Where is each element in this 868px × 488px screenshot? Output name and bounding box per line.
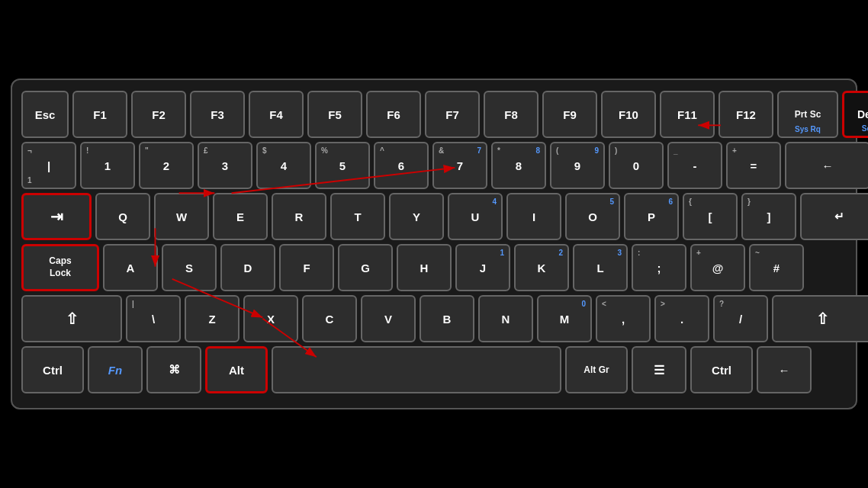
key-s[interactable]: S	[162, 244, 217, 291]
key-f2[interactable]: F2	[131, 91, 186, 138]
key-i[interactable]: I	[506, 193, 561, 240]
key-7[interactable]: & 7 7	[432, 142, 487, 189]
key-x[interactable]: X	[243, 295, 298, 342]
key-capslock[interactable]: Caps Lock	[21, 244, 99, 291]
key-n[interactable]: N	[478, 295, 533, 342]
key-c[interactable]: C	[302, 295, 357, 342]
key-f10[interactable]: F10	[601, 91, 656, 138]
key-q[interactable]: Q	[95, 193, 150, 240]
key-f12-label: F12	[736, 108, 756, 121]
key-f7-label: F7	[445, 108, 459, 121]
key-d[interactable]: D	[220, 244, 275, 291]
key-menu[interactable]: ☰	[632, 346, 686, 393]
key-f6[interactable]: F6	[366, 91, 421, 138]
key-z[interactable]: Z	[185, 295, 240, 342]
key-1[interactable]: ! 1	[80, 142, 135, 189]
key-lbracket[interactable]: { [	[683, 193, 738, 240]
key-3[interactable]: £ 3	[198, 142, 252, 189]
key-prtsc[interactable]: Prt Sc Sys Rq	[777, 91, 838, 138]
key-t[interactable]: T	[330, 193, 385, 240]
key-f11[interactable]: F11	[660, 91, 715, 138]
key-f7[interactable]: F7	[425, 91, 480, 138]
key-quote[interactable]: + @	[690, 244, 745, 291]
zxcv-row: ⇧ | \ Z X C V B N 0 M < ,	[21, 295, 847, 342]
key-rbracket[interactable]: } ]	[741, 193, 796, 240]
key-o[interactable]: 5 O	[565, 193, 620, 240]
key-delete-main: Delete	[857, 108, 868, 120]
key-delete-sub: Scr Lk	[862, 124, 868, 133]
key-f8[interactable]: F8	[484, 91, 538, 138]
key-2[interactable]: " 2	[139, 142, 194, 189]
key-rctrl[interactable]: Ctrl	[690, 346, 753, 393]
key-m[interactable]: 0 M	[537, 295, 592, 342]
key-backslash[interactable]: | \	[126, 295, 181, 342]
key-f12[interactable]: F12	[719, 91, 773, 138]
key-v[interactable]: V	[361, 295, 416, 342]
key-period[interactable]: > .	[654, 295, 709, 342]
key-altgr[interactable]: Alt Gr	[565, 346, 628, 393]
bottom-row: Ctrl Fn ⌘ Alt Alt Gr ☰ Ctrl ←	[21, 346, 847, 393]
key-rshift[interactable]: ⇧	[772, 295, 868, 342]
key-f9[interactable]: F9	[542, 91, 597, 138]
key-hash[interactable]: ~ #	[749, 244, 804, 291]
key-backtick[interactable]: ¬ | 1	[21, 142, 76, 189]
key-f1-label: F1	[93, 108, 107, 121]
key-f6-label: F6	[387, 108, 400, 121]
key-enter[interactable]: ↵	[800, 193, 868, 240]
qwerty-row: ⇥ Q W E R T Y 4 U I 5 O 6	[21, 193, 847, 240]
key-l[interactable]: 3 L	[573, 244, 628, 291]
key-backspace[interactable]: ←	[785, 142, 868, 189]
key-0[interactable]: ) 0	[609, 142, 664, 189]
key-h[interactable]: H	[397, 244, 452, 291]
key-esc-label: Esc	[35, 108, 56, 121]
key-f4[interactable]: F4	[249, 91, 304, 138]
key-p[interactable]: 6 P	[624, 193, 679, 240]
key-space[interactable]	[272, 346, 561, 393]
key-9[interactable]: ( 9 9	[550, 142, 605, 189]
key-a[interactable]: A	[103, 244, 158, 291]
asdf-row: Caps Lock A S D F G H 1 J 2 K 3 L	[21, 244, 847, 291]
key-k[interactable]: 2 K	[514, 244, 569, 291]
key-comma[interactable]: < ,	[596, 295, 651, 342]
key-j[interactable]: 1 J	[455, 244, 510, 291]
key-lshift[interactable]: ⇧	[21, 295, 122, 342]
key-r[interactable]: R	[272, 193, 326, 240]
key-f9-label: F9	[563, 108, 577, 121]
key-equals[interactable]: + =	[726, 142, 781, 189]
key-f[interactable]: F	[279, 244, 334, 291]
key-esc[interactable]: Esc	[21, 91, 69, 138]
key-6[interactable]: ^ 6	[374, 142, 429, 189]
key-prtsc-sub: Sys Rq	[795, 125, 821, 133]
key-f5-label: F5	[328, 108, 342, 121]
key-f1[interactable]: F1	[72, 91, 127, 138]
key-semicolon[interactable]: : ;	[632, 244, 686, 291]
key-w[interactable]: W	[154, 193, 209, 240]
key-lctrl[interactable]: Ctrl	[21, 346, 84, 393]
key-5[interactable]: % 5	[315, 142, 370, 189]
key-u[interactable]: 4 U	[448, 193, 503, 240]
number-row: ¬ | 1 ! 1 " 2 £ 3 $ 4 % 5 ^ 6 & 7	[21, 142, 847, 189]
key-g[interactable]: G	[338, 244, 393, 291]
key-8[interactable]: * 8 8	[491, 142, 546, 189]
key-delete[interactable]: Delete Scr Lk	[842, 91, 868, 138]
key-minus[interactable]: _ -	[667, 142, 722, 189]
key-f8-label: F8	[504, 108, 518, 121]
key-b[interactable]: B	[420, 295, 474, 342]
key-f11-label: F11	[677, 108, 697, 121]
key-f4-label: F4	[269, 108, 283, 121]
key-f3-label: F3	[211, 108, 224, 121]
key-tab[interactable]: ⇥	[21, 193, 92, 240]
key-alt[interactable]: Alt	[205, 346, 268, 393]
key-arrow-left[interactable]: ←	[757, 346, 812, 393]
keyboard: Esc F1 F2 F3 F4 F5 F6 F7 F8 F9 F10	[11, 79, 857, 409]
key-slash[interactable]: ? /	[713, 295, 768, 342]
key-cmd[interactable]: ⌘	[146, 346, 201, 393]
function-row: Esc F1 F2 F3 F4 F5 F6 F7 F8 F9 F10	[21, 91, 847, 138]
key-f3[interactable]: F3	[190, 91, 245, 138]
key-f5[interactable]: F5	[307, 91, 362, 138]
key-prtsc-main: Prt Sc	[795, 109, 821, 120]
key-y[interactable]: Y	[389, 193, 444, 240]
key-4[interactable]: $ 4	[256, 142, 311, 189]
key-fn[interactable]: Fn	[88, 346, 143, 393]
key-e[interactable]: E	[213, 193, 268, 240]
